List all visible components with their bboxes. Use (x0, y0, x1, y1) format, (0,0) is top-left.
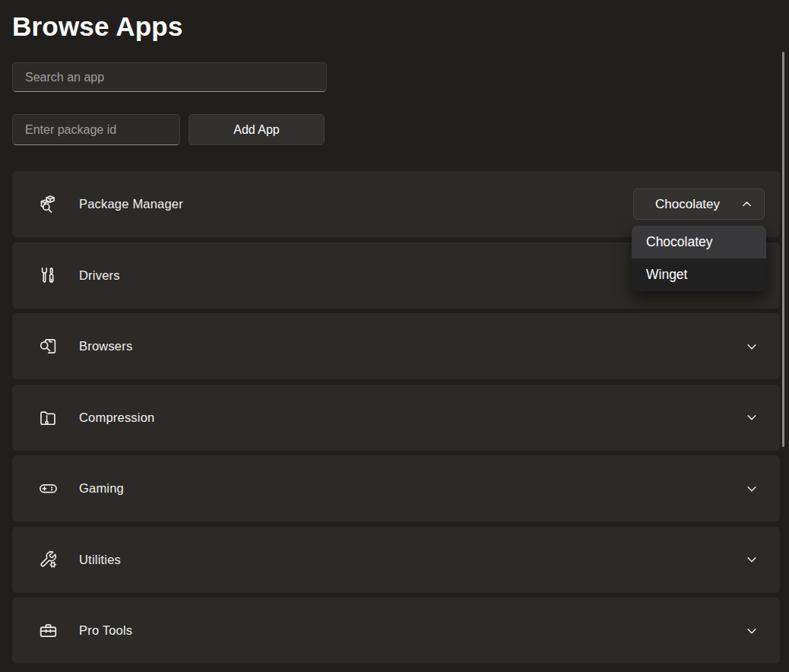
chevron-up-icon (740, 197, 754, 211)
browser-search-icon (38, 336, 59, 357)
wrench-screwdriver-icon (38, 265, 59, 286)
game-controller-icon (38, 478, 59, 499)
vertical-scrollbar[interactable] (782, 52, 784, 447)
category-row-gaming[interactable]: Gaming (12, 455, 780, 521)
chevron-down-icon (744, 481, 759, 496)
category-row-compression[interactable]: Compression (12, 385, 780, 451)
category-label: Browsers (79, 339, 132, 353)
package-manager-select[interactable]: Chocolatey (633, 189, 765, 220)
wrench-gear-icon (38, 550, 59, 570)
menu-item-chocolatey[interactable]: Chocolatey (632, 226, 766, 258)
category-row-browsers[interactable]: Browsers (12, 313, 780, 379)
zip-folder-icon (38, 407, 59, 428)
add-app-row: Add App (12, 114, 780, 145)
category-label: Utilities (79, 553, 121, 567)
category-label: Drivers (79, 268, 120, 283)
category-label: Compression (79, 410, 154, 425)
page-title: Browse Apps (12, 0, 780, 42)
package-id-input[interactable] (12, 114, 180, 145)
category-label: Pro Tools (79, 623, 132, 638)
chevron-down-icon (744, 339, 759, 354)
category-row-utilities[interactable]: Utilities (12, 527, 780, 593)
menu-item-winget[interactable]: Winget (632, 258, 766, 291)
category-row-package-manager[interactable]: Package Manager Chocolatey Chocolatey Wi… (12, 171, 780, 237)
category-row-pro-tools[interactable]: Pro Tools (12, 598, 780, 664)
toolbox-icon (38, 620, 59, 641)
chevron-down-icon (744, 552, 759, 567)
browse-apps-page: Browse Apps Add App Package (0, 0, 789, 664)
category-list: Package Manager Chocolatey Chocolatey Wi… (12, 171, 780, 664)
chevron-down-icon (744, 410, 759, 425)
category-label: Gaming (79, 481, 124, 496)
search-input[interactable] (12, 62, 327, 92)
combo-selected-value: Chocolatey (655, 197, 720, 212)
package-search-icon (38, 194, 59, 214)
chevron-down-icon (744, 623, 759, 639)
package-manager-dropdown-menu: Chocolatey Winget (632, 226, 766, 291)
category-label: Package Manager (79, 197, 183, 211)
add-app-button[interactable]: Add App (189, 114, 325, 145)
